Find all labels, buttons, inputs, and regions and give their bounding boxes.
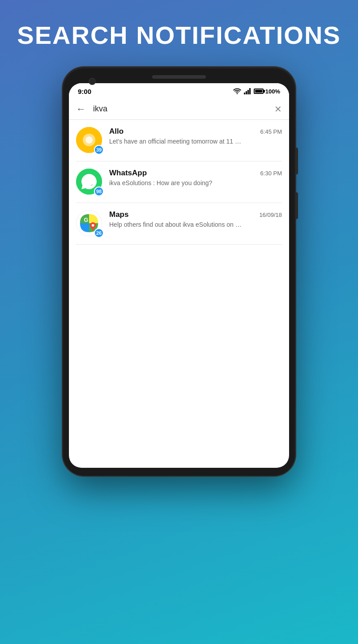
- maps-badge: 26: [94, 228, 104, 238]
- maps-notification-time: 16/09/18: [259, 212, 282, 218]
- notification-item-maps[interactable]: G 26 Maps 16/09/18: [69, 203, 289, 244]
- status-icons: 100%: [233, 88, 280, 95]
- phone-speaker: [152, 75, 206, 79]
- phone-mockup: 9:00: [63, 67, 295, 476]
- allo-icon-container: 39: [76, 127, 103, 154]
- notification-item-allo[interactable]: 39 Allo 6:45 PM Let's have an official m…: [69, 120, 289, 161]
- front-camera: [89, 78, 96, 85]
- allo-notification-content: Allo 6:45 PM Let's have an official meet…: [109, 127, 282, 145]
- phone-top-bar: [69, 75, 289, 79]
- maps-icon-container: G 26: [76, 210, 103, 237]
- whatsapp-notification-text: ikva eSolutions : How are you doing?: [109, 179, 282, 186]
- status-time: 9:00: [78, 88, 91, 95]
- back-button[interactable]: ←: [76, 104, 86, 114]
- maps-notification-header: Maps 16/09/18: [109, 210, 282, 219]
- maps-notification-text: Help others find out about ikva eSolutio…: [109, 221, 282, 228]
- svg-point-6: [85, 136, 93, 144]
- whatsapp-app-name: WhatsApp: [109, 169, 147, 178]
- svg-text:G: G: [84, 217, 88, 223]
- whatsapp-notification-content: WhatsApp 6:30 PM ikva eSolutions : How a…: [109, 169, 282, 186]
- phone-screen: 9:00: [69, 83, 289, 468]
- battery-icon: [254, 89, 264, 94]
- allo-notification-header: Allo 6:45 PM: [109, 127, 282, 136]
- battery-fill: [255, 90, 262, 93]
- signal-icon: [244, 88, 251, 94]
- battery-text: 100%: [265, 88, 280, 95]
- whatsapp-icon-container: 98: [76, 169, 103, 195]
- allo-notification-text: Let's have an official meeting tomorrow …: [109, 138, 282, 145]
- svg-rect-0: [244, 93, 245, 94]
- svg-point-12: [92, 224, 94, 227]
- allo-app-name: Allo: [109, 127, 124, 136]
- empty-content-area: [69, 245, 289, 424]
- svg-rect-1: [246, 91, 247, 94]
- allo-notification-time: 6:45 PM: [260, 128, 282, 135]
- whatsapp-badge: 98: [94, 186, 104, 196]
- notification-item-whatsapp[interactable]: 98 WhatsApp 6:30 PM ikva eSolutions : Ho…: [69, 161, 289, 203]
- maps-notification-content: Maps 16/09/18 Help others find out about…: [109, 210, 282, 228]
- search-input[interactable]: ikva: [93, 104, 267, 114]
- allo-badge: 39: [94, 145, 104, 155]
- svg-rect-2: [247, 90, 249, 94]
- maps-app-name: Maps: [109, 210, 128, 219]
- whatsapp-notification-time: 6:30 PM: [260, 170, 282, 177]
- notification-list: 39 Allo 6:45 PM Let's have an official m…: [69, 120, 289, 424]
- status-bar: 9:00: [69, 83, 289, 99]
- search-bar: ← ikva ✕: [69, 99, 289, 120]
- clear-button[interactable]: ✕: [274, 105, 282, 114]
- whatsapp-notification-header: WhatsApp 6:30 PM: [109, 169, 282, 178]
- wifi-icon: [233, 88, 241, 94]
- page-title: SEARCH NOTIFICATIONS: [17, 21, 341, 49]
- svg-rect-3: [249, 88, 251, 94]
- battery-container: 100%: [254, 88, 280, 95]
